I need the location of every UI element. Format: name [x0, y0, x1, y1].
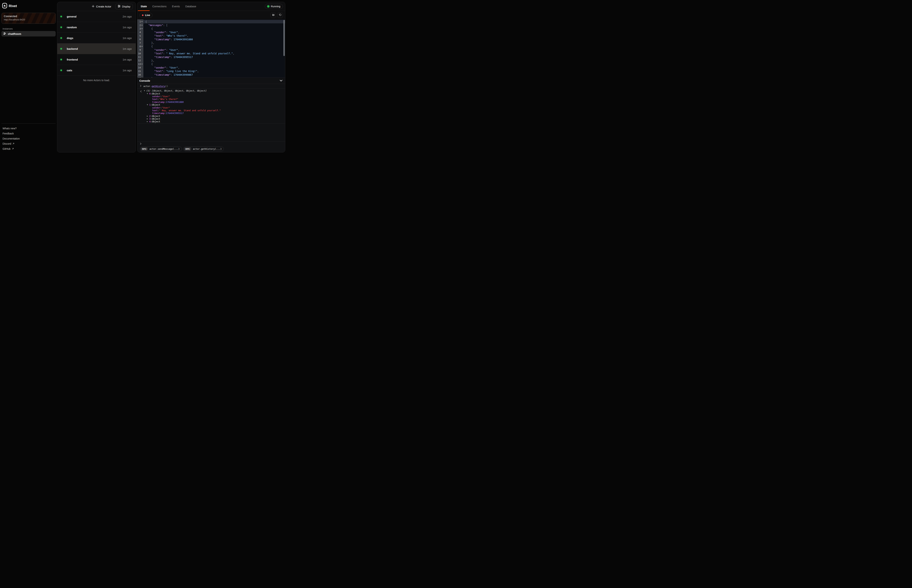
footer-link-documentation[interactable]: Documentation — [3, 136, 55, 141]
code-line[interactable]: "messages": [ — [144, 23, 285, 27]
console-collapse-button[interactable] — [279, 79, 282, 82]
tree-toggle-icon[interactable]: ▼ — [147, 104, 149, 106]
tree-toggle-icon[interactable]: ▶ — [147, 115, 149, 117]
line-number: 7 — [139, 42, 141, 44]
reset-state-button[interactable] — [278, 12, 283, 18]
actor-row-general[interactable]: general2m ago — [57, 11, 136, 22]
editor-scrollbar-thumb[interactable] — [284, 20, 285, 56]
tree-row[interactable]: text: " Nay, answer me. Stand and unfold… — [137, 109, 285, 112]
code-line[interactable]: "text": "Who’s there?", — [144, 34, 285, 37]
out-cplain-token: : — [151, 120, 152, 123]
console-command-row[interactable]: actor.getHistory() — [137, 84, 285, 89]
editor-line: 14 "sender": "User", — [137, 66, 285, 69]
code-plain-token — [145, 56, 154, 58]
code-line[interactable]: "sender": "User", — [144, 31, 285, 34]
code-str-token: "User" — [169, 31, 178, 34]
tree-row[interactable]: ▼(5) [Object, Object, Object, Object, Ob… — [137, 89, 285, 92]
code-line[interactable]: } — [144, 76, 285, 78]
footer-link-whats-new-[interactable]: Whats new? — [3, 126, 55, 131]
footer-link-feedback[interactable]: Feedback — [3, 131, 55, 136]
line-number-cell: 4 — [137, 31, 144, 34]
code-line[interactable]: "timestamp": 1764043995517 — [144, 55, 285, 59]
tree-row[interactable]: timestamp: 1764043991880 — [137, 101, 285, 103]
code-punct-token: { — [152, 63, 153, 65]
external-link-icon — [12, 142, 15, 145]
console-input-area: RPCactor.sendMessage(...)RPCactor.getHis… — [137, 141, 285, 152]
tree-row[interactable]: ▶2: Object — [137, 115, 285, 118]
code-line[interactable]: }, — [144, 59, 285, 62]
code-line[interactable]: }, — [144, 41, 285, 45]
display-button[interactable]: Display — [115, 4, 133, 9]
tree-row[interactable]: sender: "User" — [137, 95, 285, 98]
console-input-row[interactable] — [140, 142, 283, 146]
out-idx-token: 3 — [149, 118, 151, 120]
code-line[interactable]: "text": "Long live the King!", — [144, 69, 285, 73]
footer-link-discord[interactable]: Discord — [3, 141, 55, 146]
code-line[interactable]: "timestamp": 1764043991880 — [144, 37, 285, 41]
code-line[interactable]: { — [144, 62, 285, 66]
tree-row[interactable]: timestamp: 1764043995517 — [137, 112, 285, 115]
rpc-shortcuts: RPCactor.sendMessage(...)RPCactor.getHis… — [140, 147, 283, 151]
rpc-shortcut-button[interactable]: RPCactor.getHistory(...) — [183, 147, 224, 151]
code-punct-token: , — [178, 66, 179, 69]
tab-database[interactable]: Database — [182, 2, 199, 11]
tab-connections[interactable]: Connections — [150, 2, 169, 11]
tree-row[interactable]: ▶3: Object — [137, 118, 285, 120]
actor-last-seen: 1m ago — [123, 47, 132, 50]
code-key-token: "sender" — [154, 66, 166, 69]
live-badge[interactable]: Live — [140, 13, 152, 18]
sidebar-item-chatroom[interactable]: chatRoom — [2, 31, 56, 37]
create-actor-button[interactable]: Create Actor — [92, 5, 111, 8]
running-badge[interactable]: Running — [265, 4, 283, 9]
tab-state[interactable]: State — [138, 2, 150, 11]
actor-row-frontend[interactable]: frontend1m ago — [57, 54, 136, 65]
out-cobj-token: Object — [152, 120, 160, 123]
code-line[interactable]: "sender": "User", — [144, 48, 285, 52]
code-line[interactable]: "text": " Nay, answer me. Stand and unfo… — [144, 52, 285, 55]
tree-toggle-icon[interactable]: ▶ — [147, 121, 149, 123]
actor-row-dogs[interactable]: dogs1m ago — [57, 33, 136, 44]
code-num-token: 1764043999867 — [173, 73, 193, 76]
actor-row-backend[interactable]: backend1m ago — [57, 44, 136, 54]
fold-chevron-icon[interactable] — [141, 21, 143, 23]
code-key-token: "timestamp" — [154, 38, 171, 41]
line-number: 2 — [139, 24, 141, 27]
tree-row[interactable]: text: "Who’s there?" — [137, 98, 285, 100]
code-line[interactable]: { — [144, 20, 285, 23]
line-number-cell: 10 — [137, 52, 144, 55]
console-header[interactable]: Console — [137, 78, 285, 84]
fold-chevron-icon[interactable] — [141, 63, 143, 65]
fold-chevron-icon[interactable] — [141, 24, 143, 26]
code-line[interactable]: "sender": "User", — [144, 66, 285, 69]
code-line[interactable]: { — [144, 27, 285, 31]
tab-events[interactable]: Events — [169, 2, 182, 11]
code-punct-token: { — [152, 45, 153, 48]
code-punct-token: : — [171, 38, 173, 41]
code-line[interactable]: "timestamp": 1764043999867 — [144, 73, 285, 76]
tree-row[interactable]: ▼0: Object — [137, 92, 285, 95]
fold-chevron-icon[interactable] — [141, 45, 143, 47]
save-state-button[interactable] — [271, 12, 276, 18]
fold-spacer — [141, 42, 143, 44]
prompt-chevron-icon — [140, 84, 142, 88]
actor-row-cats[interactable]: cats1m ago — [57, 65, 136, 76]
fold-chevron-icon[interactable] — [141, 28, 143, 29]
actor-row-random[interactable]: random1m ago — [57, 22, 136, 33]
tree-row[interactable]: ▶4: Object — [137, 120, 285, 123]
tree-row[interactable]: ▼1: Object — [137, 103, 285, 106]
state-editor[interactable]: 1{2 "messages": [3 {4 "sender": "User",5… — [137, 19, 285, 78]
actor-last-seen: 1m ago — [123, 58, 132, 61]
rpc-shortcut-button[interactable]: RPCactor.sendMessage(...) — [140, 147, 182, 151]
tree-toggle-icon[interactable]: ▼ — [144, 90, 146, 92]
rivet-logo[interactable]: R Rivet — [2, 3, 17, 9]
tree-toggle-icon[interactable]: ▶ — [147, 118, 149, 120]
instances-label: Instances — [3, 27, 13, 30]
line-number-cell: 8 — [137, 45, 144, 48]
line-number: 10 — [138, 52, 141, 55]
tree-toggle-icon[interactable]: ▼ — [147, 93, 149, 94]
tree-row[interactable]: sender: "User" — [137, 106, 285, 109]
actor-status-dot — [60, 59, 62, 60]
code-plain-token — [145, 41, 152, 44]
code-line[interactable]: { — [144, 45, 285, 48]
footer-link-github[interactable]: GitHub — [3, 146, 55, 151]
